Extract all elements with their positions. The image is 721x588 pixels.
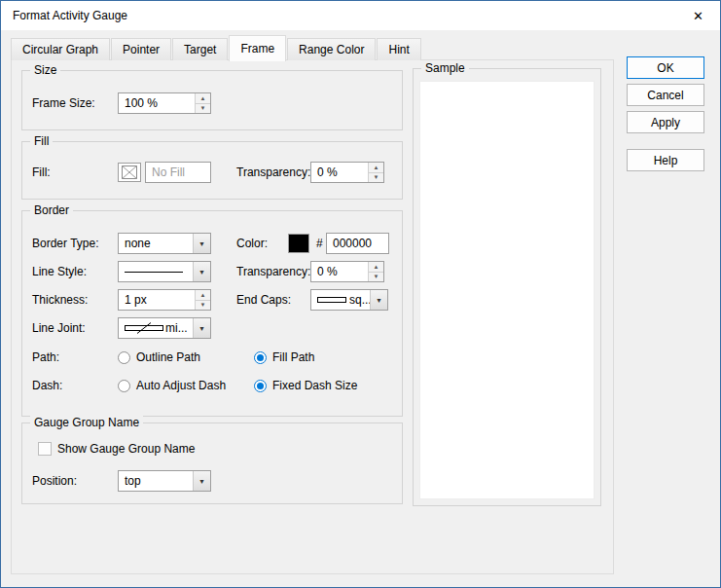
fill-value-field[interactable]: No Fill (145, 162, 211, 183)
apply-button[interactable]: Apply (627, 111, 704, 133)
line-style-select[interactable]: ▼ (118, 261, 211, 282)
spinner-up-icon[interactable]: ▲ (369, 262, 383, 273)
size-group-title: Size (30, 63, 60, 77)
fill-value-text: No Fill (152, 165, 185, 179)
fill-path-radio-label: Fill Path (272, 350, 314, 364)
checkbox-unchecked-icon[interactable] (38, 442, 52, 456)
ok-button[interactable]: OK (627, 56, 704, 79)
line-joint-preview: mi... (119, 318, 193, 338)
thickness-spin-buttons: ▲ ▼ (195, 290, 210, 310)
border-group: Border Border Type: none ▼ Color: # 0000… (21, 210, 403, 417)
tab-target[interactable]: Target (172, 38, 228, 60)
no-fill-pattern-icon (122, 165, 137, 179)
sample-group: Sample (413, 68, 601, 506)
border-transparency-label: Transparency: (236, 261, 310, 282)
chevron-down-icon[interactable]: ▼ (193, 471, 210, 491)
fill-pattern-button[interactable] (118, 163, 141, 182)
line-joint-select[interactable]: mi... ▼ (118, 317, 211, 339)
color-hash-prefix: # (316, 233, 323, 254)
spinner-up-icon[interactable]: ▲ (369, 163, 383, 173)
border-transparency-spinner[interactable]: 0 % ▲ ▼ (310, 261, 384, 282)
fill-path-radio[interactable]: Fill Path (254, 347, 314, 368)
miter-joint-icon (125, 322, 163, 334)
border-transparency-spin-buttons: ▲ ▼ (368, 262, 383, 281)
position-label: Position: (32, 470, 77, 492)
help-button[interactable]: Help (627, 149, 704, 171)
fixed-dash-size-radio[interactable]: Fixed Dash Size (254, 375, 357, 396)
tab-frame[interactable]: Frame (229, 35, 286, 61)
chevron-down-icon[interactable]: ▼ (193, 234, 210, 253)
end-caps-select[interactable]: sq... ▼ (310, 289, 388, 311)
line-style-label: Line Style: (32, 261, 87, 282)
spinner-down-icon[interactable]: ▼ (196, 301, 210, 311)
tab-pointer[interactable]: Pointer (111, 38, 171, 60)
show-gauge-group-name-checkbox[interactable]: Show Gauge Group Name (38, 441, 195, 457)
radio-unselected-icon[interactable] (118, 351, 130, 364)
gauge-group-name-title: Gauge Group Name (30, 416, 143, 429)
size-group: Size Frame Size: 100 % ▲ ▼ (21, 70, 403, 130)
border-type-label: Border Type: (32, 233, 98, 254)
square-cap-line-icon (317, 297, 346, 303)
outline-path-radio[interactable]: Outline Path (118, 347, 200, 368)
line-joint-value: mi... (165, 321, 188, 335)
end-caps-label: End Caps: (236, 289, 291, 311)
chevron-down-icon[interactable]: ▼ (193, 318, 210, 338)
border-color-hex-field[interactable]: 000000 (326, 233, 389, 254)
radio-selected-icon[interactable] (254, 380, 267, 392)
dash-label: Dash: (32, 375, 62, 396)
outline-path-radio-label: Outline Path (136, 350, 200, 364)
title-bar: Format Activity Gauge ✕ (1, 1, 720, 30)
line-style-preview (119, 262, 193, 281)
cancel-button[interactable]: Cancel (627, 84, 704, 106)
spinner-down-icon[interactable]: ▼ (369, 173, 383, 183)
dialog-title: Format Activity Gauge (13, 1, 127, 30)
position-select[interactable]: top ▼ (118, 470, 211, 492)
thickness-spinner[interactable]: 1 px ▲ ▼ (118, 289, 211, 311)
sample-preview (419, 81, 595, 499)
tab-range-color[interactable]: Range Color (287, 38, 376, 60)
line-joint-label: Line Joint: (32, 317, 86, 339)
show-gauge-group-name-label: Show Gauge Group Name (57, 442, 195, 456)
tab-circular-graph[interactable]: Circular Graph (11, 38, 110, 60)
sample-group-title: Sample (421, 61, 469, 75)
tab-hint[interactable]: Hint (377, 38, 420, 60)
end-caps-preview: sq... (311, 290, 370, 310)
frame-tab-pane: Size Frame Size: 100 % ▲ ▼ Fill Fill: (11, 59, 614, 574)
border-transparency-value[interactable]: 0 % (311, 262, 368, 281)
frame-size-spinner[interactable]: 100 % ▲ ▼ (118, 92, 211, 114)
thickness-label: Thickness: (32, 289, 88, 311)
fill-group: Fill Fill: No Fill Transparency: 0 % ▲ ▼ (21, 141, 403, 200)
auto-adjust-dash-radio[interactable]: Auto Adjust Dash (118, 375, 226, 396)
solid-line-icon (125, 272, 183, 273)
spinner-down-icon[interactable]: ▼ (196, 104, 210, 114)
fixed-dash-size-radio-label: Fixed Dash Size (272, 379, 357, 392)
chevron-down-icon[interactable]: ▼ (193, 262, 210, 281)
fill-transparency-label: Transparency: (236, 162, 310, 183)
spinner-down-icon[interactable]: ▼ (369, 273, 383, 282)
frame-size-value[interactable]: 100 % (119, 93, 195, 113)
chevron-down-icon[interactable]: ▼ (370, 290, 387, 310)
radio-selected-icon[interactable] (254, 351, 267, 364)
spinner-up-icon[interactable]: ▲ (196, 290, 210, 301)
fill-group-title: Fill (30, 134, 53, 148)
fill-transparency-value[interactable]: 0 % (311, 163, 368, 182)
gauge-group-name-group: Gauge Group Name Show Gauge Group Name P… (21, 423, 403, 504)
fill-transparency-spinner[interactable]: 0 % ▲ ▼ (310, 162, 384, 183)
radio-unselected-icon[interactable] (118, 380, 130, 392)
position-value: top (119, 471, 193, 491)
border-type-value: none (119, 234, 193, 253)
end-caps-value: sq... (349, 293, 370, 307)
close-icon[interactable]: ✕ (676, 1, 720, 30)
frame-size-spin-buttons: ▲ ▼ (195, 93, 210, 113)
tab-strip: Circular Graph Pointer Target Frame Rang… (11, 35, 421, 60)
border-type-select[interactable]: none ▼ (118, 233, 211, 254)
border-color-label: Color: (236, 233, 268, 254)
spinner-up-icon[interactable]: ▲ (196, 93, 210, 104)
border-group-title: Border (30, 203, 73, 217)
border-color-swatch[interactable] (288, 234, 309, 253)
auto-adjust-dash-radio-label: Auto Adjust Dash (136, 379, 226, 392)
format-activity-gauge-dialog: Format Activity Gauge ✕ Circular Graph P… (0, 0, 721, 588)
frame-size-label: Frame Size: (32, 92, 95, 114)
thickness-value[interactable]: 1 px (119, 290, 195, 310)
path-label: Path: (32, 347, 59, 368)
